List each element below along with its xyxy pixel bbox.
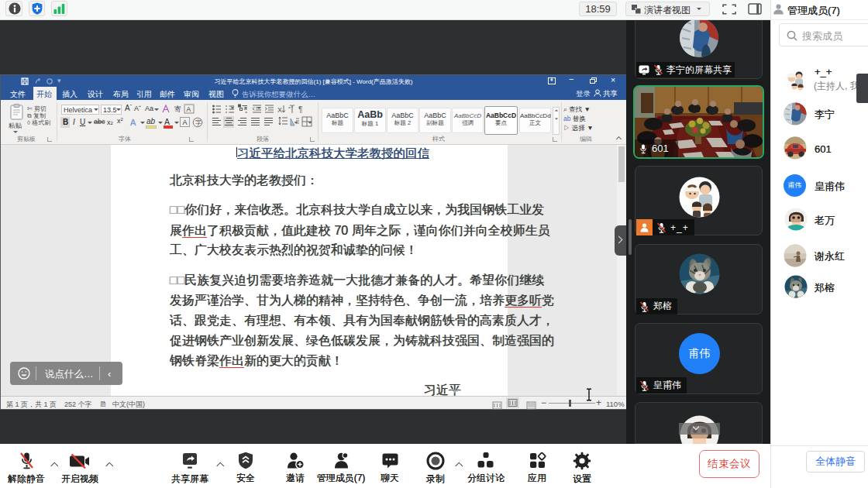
svg-text:字: 字 (195, 119, 202, 126)
svg-text:X: X (277, 106, 282, 114)
svg-text:A: A (187, 105, 191, 113)
svg-text:A: A (130, 118, 136, 127)
svg-text:寄: 寄 (174, 105, 181, 113)
svg-text:¶: ¶ (298, 105, 302, 114)
